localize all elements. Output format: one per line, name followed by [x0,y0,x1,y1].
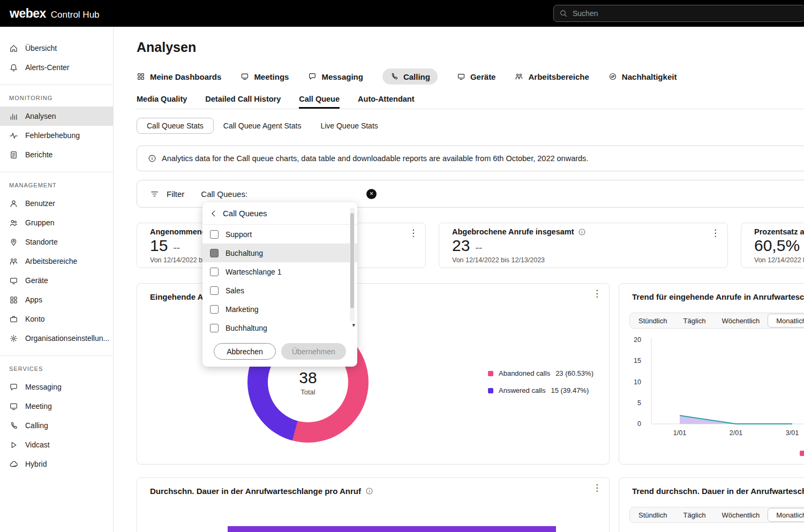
kebab-menu-icon[interactable]: ⋮ [592,483,602,492]
sidebar-item-benutzer[interactable]: Benutzer [0,194,113,213]
sidebar-item-messaging[interactable]: Messaging [0,377,113,397]
svg-text:2/01: 2/01 [730,429,742,437]
svg-text:10: 10 [634,378,641,386]
tab-label: Messaging [321,72,363,81]
page-title: Analysen [137,40,804,55]
tab-nachhaltigkeit[interactable]: Nachhaltigkeit [608,69,677,85]
cancel-button[interactable]: Abbrechen [214,343,276,360]
kebab-menu-icon[interactable]: ⋮ [711,229,720,238]
checkbox-sales[interactable] [210,286,219,295]
sidebar-item-vidcast[interactable]: Vidcast [0,435,113,454]
checkbox-marketing[interactable] [210,305,219,314]
sidebar-section-management: MANAGEMENT [0,180,113,194]
sidebar-item-bersicht[interactable]: Übersicht [0,39,113,58]
checkbox-buchhaltung[interactable] [210,324,219,332]
sidebar: ÜbersichtAlerts-CenterMONITORINGAnalysen… [0,27,114,532]
search-input[interactable] [573,9,799,18]
tab-label: Geräte [470,72,496,81]
sidebar-item-ger-te[interactable]: Geräte [0,271,113,290]
checkbox-buchaltung[interactable] [210,249,219,257]
queue-option-marketing[interactable]: Marketing [202,300,357,318]
clear-filter-button[interactable]: × [366,189,377,199]
incoming-calls-title: Eingehende An [150,292,208,301]
briefcase-icon [9,315,18,324]
queue-options-list: SupportBuchaltungWarteschlange 1SalesMar… [202,225,357,337]
scroll-down-arrow[interactable]: ▾ [352,322,355,328]
legend-item-answered-calls: Answered calls15 (39.47%) [488,386,593,394]
queue-option-warteschlange-1[interactable]: Warteschlange 1 [202,262,357,281]
report-icon [9,150,18,159]
back-icon[interactable] [209,209,218,218]
sidebar-item-label: Hybrid [25,460,47,468]
kebab-menu-icon[interactable]: ⋮ [409,229,418,238]
subtab-auto-attendant[interactable]: Auto-Attendant [358,91,415,109]
queue-option-label: Warteschlange 1 [226,268,282,276]
sidebar-item-konto[interactable]: Konto [0,309,113,329]
tab-meine-dashboards[interactable]: Meine Dashboards [137,69,221,85]
search-box[interactable] [553,5,804,22]
tab-ger-te[interactable]: Geräte [457,69,496,85]
info-icon [578,228,586,236]
interval-tab-t-glich[interactable]: Täglich [675,508,713,522]
kpi-card-abgebrochene-anrufe-insgesamt: Abgebrochene Anrufe insgesamt23--Von 12/… [439,223,728,268]
tab-messaging[interactable]: Messaging [308,69,363,85]
sidebar-item-berichte[interactable]: Berichte [0,145,113,164]
sidebar-item-gruppen[interactable]: Gruppen [0,213,113,232]
scrollbar-thumb[interactable] [350,213,354,308]
sidebar-item-label: Gruppen [25,218,54,227]
filter-label: Filter [167,189,184,199]
sidebar-item-alerts-center[interactable]: Alerts-Center [0,58,113,77]
sidebar-item-analysen[interactable]: Analysen [0,107,113,126]
checkbox-support[interactable] [210,230,219,239]
sidebar-item-arbeitsbereiche[interactable]: Arbeitsbereiche [0,252,113,271]
tab-meetings[interactable]: Meetings [241,69,289,85]
sidebar-item-standorte[interactable]: Standorte [0,232,113,252]
sidebar-item-apps[interactable]: Apps [0,290,113,309]
duration-trend-title: Trend durchschn. Dauer in der Anrufwarte… [632,487,804,496]
queue-option-buchhaltung[interactable]: Buchhaltung [202,318,357,337]
kebab-menu-icon[interactable]: ⋮ [592,289,602,298]
sidebar-item-label: Meeting [25,402,52,411]
legend-swatch [488,371,493,376]
sidebar-item-organisationseinstellun[interactable]: Organisationseinstellun... [0,329,113,348]
filter-field-label[interactable]: Call Queues: [201,189,247,199]
sidebar-item-calling[interactable]: Calling [0,416,113,435]
sidebar-divider [0,355,113,356]
queue-option-sales[interactable]: Sales [202,281,357,300]
interval-tab-monatlich[interactable]: Monatlich [768,314,804,328]
sidebar-item-hybrid[interactable]: Hybrid [0,454,113,474]
tab-label: Nachhaltigkeit [622,72,677,81]
sidebar-item-fehlerbehebung[interactable]: Fehlerbehebung [0,126,113,145]
location-icon [9,238,18,247]
interval-tab-t-glich[interactable]: Täglich [675,314,713,328]
dropdown-scrollbar[interactable] [350,208,355,321]
sidebar-item-label: Berichte [25,150,52,159]
queue-option-support[interactable]: Support [202,225,357,244]
tab-arbeitsbereiche[interactable]: Arbeitsbereiche [515,69,589,85]
phone-icon [9,421,18,430]
tab-calling[interactable]: Calling [382,69,438,85]
interval-tab-st-ndlich[interactable]: Stündlich [630,508,675,522]
sidebar-item-meeting[interactable]: Meeting [0,397,113,416]
queue-option-buchaltung[interactable]: Buchaltung [202,244,357,262]
kpi-title: Prozentsatz ab [754,227,804,236]
svg-text:3/01: 3/01 [786,429,799,437]
checkbox-warteschlange-1[interactable] [210,268,219,276]
svg-text:15: 15 [634,357,641,364]
interval-tab-st-ndlich[interactable]: Stündlich [630,314,675,328]
legend-label: Answered calls [499,386,545,394]
stat-tab-call-queue-agent-stats[interactable]: Call Queue Agent Stats [214,118,311,134]
stat-tab-live-queue-stats[interactable]: Live Queue Stats [311,118,387,134]
kpi-period: Von 12/14/2022 b [754,256,804,264]
apply-button[interactable]: Übernehmen [281,343,346,360]
interval-tab-monatlich[interactable]: Monatlich [768,508,804,522]
stat-tab-call-queue-stats[interactable]: Call Queue Stats [137,118,214,134]
interval-tab-w-chentlich[interactable]: Wöchentlich [713,508,768,522]
subtab-media-quality[interactable]: Media Quality [137,91,187,109]
subtab-detailed-call-history[interactable]: Detailed Call History [205,91,281,109]
webex-wordmark: webex [10,6,46,21]
cloud-icon [9,460,18,469]
analytics-tabs: Meine DashboardsMeetingsMessagingCalling… [137,69,804,85]
interval-tab-w-chentlich[interactable]: Wöchentlich [713,314,768,328]
subtab-call-queue[interactable]: Call Queue [299,91,340,109]
